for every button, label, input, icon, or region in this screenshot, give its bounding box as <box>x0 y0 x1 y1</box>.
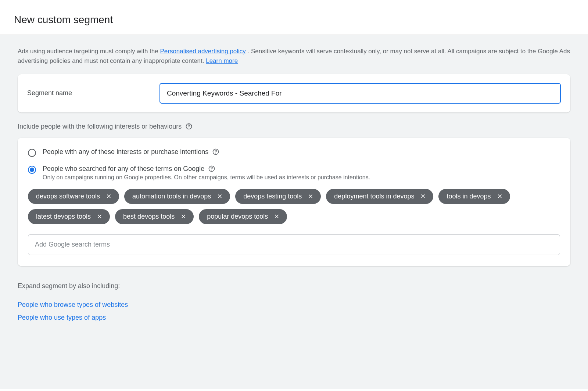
keyword-chip: devops software tools <box>28 189 119 204</box>
radio-label-interests: People with any of these interests or pu… <box>43 148 208 156</box>
keyword-chip: deployment tools in devops <box>326 189 433 204</box>
radio-option-searched[interactable]: People who searched for any of these ter… <box>28 165 560 181</box>
policy-link-personalised[interactable]: Personalised advertising policy <box>160 48 245 55</box>
chip-label: devops software tools <box>36 193 100 200</box>
help-icon[interactable] <box>185 123 193 130</box>
radio-icon[interactable] <box>28 149 36 157</box>
expand-link-apps[interactable]: People who use types of apps <box>18 314 570 322</box>
segment-name-label: Segment name <box>27 89 159 97</box>
svg-point-5 <box>212 170 212 171</box>
keyword-chip: popular devops tools <box>199 209 287 224</box>
close-icon[interactable] <box>180 213 187 220</box>
close-icon[interactable] <box>216 193 223 200</box>
segment-name-card: Segment name <box>18 74 570 112</box>
chip-label: automation tools in devops <box>132 193 211 200</box>
keyword-chip: latest devops tools <box>28 209 110 224</box>
segment-name-input[interactable] <box>159 83 561 104</box>
close-icon[interactable] <box>96 213 103 220</box>
radio-option-interests[interactable]: People with any of these interests or pu… <box>28 148 560 157</box>
include-label-row: Include people with the following intere… <box>18 123 570 130</box>
add-search-terms-input[interactable] <box>28 234 560 255</box>
help-icon[interactable] <box>212 148 219 155</box>
close-icon[interactable] <box>105 193 112 200</box>
chip-label: latest devops tools <box>36 213 91 220</box>
expand-link-websites[interactable]: People who browse types of websites <box>18 301 570 309</box>
chip-label: devops testing tools <box>243 193 302 200</box>
chip-label: best devops tools <box>123 213 175 220</box>
page-title: New custom segment <box>14 14 574 26</box>
page-header: New custom segment <box>0 0 588 35</box>
svg-point-3 <box>216 153 216 154</box>
radio-label-searched: People who searched for any of these ter… <box>43 165 204 173</box>
behaviour-card: People with any of these interests or pu… <box>18 138 570 266</box>
chip-label: popular devops tools <box>207 213 268 220</box>
policy-text: Ads using audience targeting must comply… <box>18 47 570 66</box>
close-icon[interactable] <box>419 193 427 200</box>
keyword-chips: devops software toolsautomation tools in… <box>28 189 560 224</box>
policy-prefix: Ads using audience targeting must comply… <box>18 48 160 55</box>
close-icon[interactable] <box>273 213 280 220</box>
content-area: Ads using audience targeting must comply… <box>0 35 588 389</box>
expand-label: Expand segment by also including: <box>18 282 570 290</box>
help-icon[interactable] <box>208 165 215 172</box>
radio-sub-searched: Only on campaigns running on Google prop… <box>43 174 370 181</box>
svg-point-1 <box>189 128 189 128</box>
keyword-chip: tools in devops <box>438 189 510 204</box>
close-icon[interactable] <box>496 193 503 200</box>
keyword-chip: devops testing tools <box>235 189 321 204</box>
include-label: Include people with the following intere… <box>18 123 182 130</box>
keyword-chip: best devops tools <box>115 209 194 224</box>
radio-icon[interactable] <box>28 166 36 174</box>
policy-link-learn-more[interactable]: Learn more <box>206 57 238 64</box>
keyword-chip: automation tools in devops <box>124 189 230 204</box>
chip-label: tools in devops <box>447 193 491 200</box>
close-icon[interactable] <box>307 193 314 200</box>
chip-label: deployment tools in devops <box>334 193 414 200</box>
